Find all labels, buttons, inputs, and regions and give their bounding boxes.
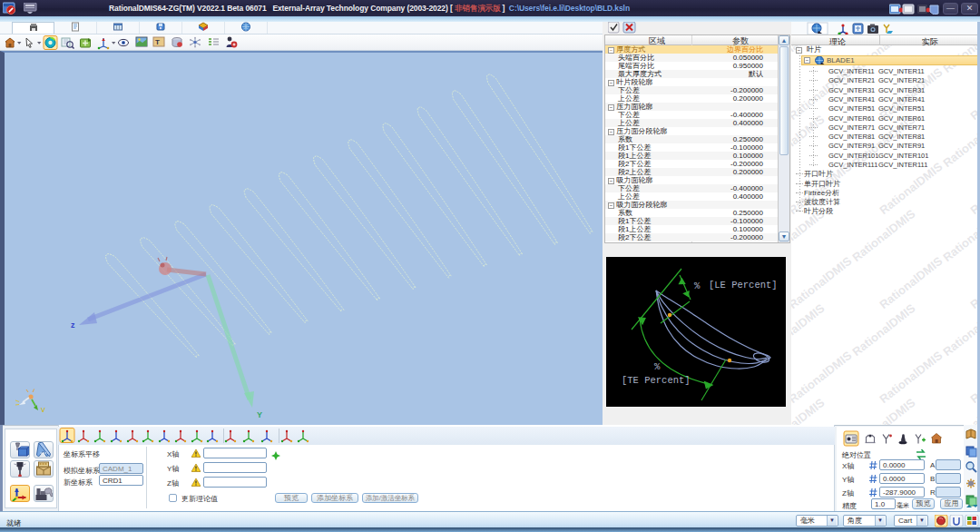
svg-text:%: %: [654, 361, 661, 372]
svg-text:T: T: [155, 38, 160, 46]
svg-text:%: %: [694, 281, 701, 291]
svg-text:[LE Percent]: [LE Percent]: [709, 280, 778, 291]
svg-text:[TE Percent]: [TE Percent]: [622, 375, 691, 386]
svg-text:z: z: [71, 320, 75, 330]
svg-text:Y: Y: [257, 410, 262, 419]
